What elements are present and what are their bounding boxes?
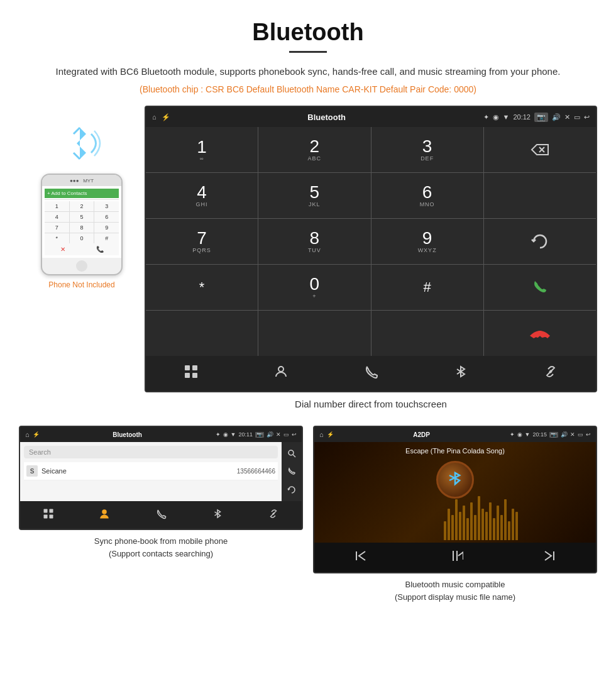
phone-top-bar: ●●● MYT: [42, 175, 121, 186]
phone-key-9[interactable]: 9: [94, 223, 119, 233]
phone-key-7[interactable]: 7: [45, 223, 69, 233]
green-call-button[interactable]: [484, 265, 596, 310]
red-end-call-button[interactable]: [484, 311, 596, 356]
pb-home-icon[interactable]: ⌂: [25, 431, 30, 438]
music-camera-icon[interactable]: 📷: [549, 432, 558, 438]
pb-reload-right-icon[interactable]: [283, 481, 300, 499]
pb-close-icon[interactable]: ✕: [276, 431, 281, 438]
dial-key-2[interactable]: 2 ABC: [258, 127, 370, 172]
phone-key-hash[interactable]: #: [94, 233, 119, 243]
dial-key-7[interactable]: 7 PQRS: [146, 219, 258, 264]
window-icon[interactable]: ▭: [574, 113, 580, 121]
phone-key-0[interactable]: 0: [70, 233, 94, 243]
empty-cell-row5-2: [258, 311, 370, 356]
music-win-icon[interactable]: ▭: [578, 431, 583, 438]
main-content: ●●● MYT + Add to Contacts 1 2 3 4 5 6 7 …: [0, 106, 616, 419]
pb-win-icon[interactable]: ▭: [283, 431, 289, 438]
pb-bluetooth2-icon[interactable]: [203, 504, 232, 526]
phone-home-button[interactable]: [76, 260, 87, 272]
dial-key-star[interactable]: *: [146, 265, 258, 310]
empty-cell-row5-1: [146, 311, 258, 356]
play-pause-button[interactable]: [441, 546, 470, 568]
phone-key-5[interactable]: 5: [70, 212, 94, 222]
pb-vol-icon[interactable]: 🔊: [267, 431, 273, 438]
phone-screen-header: + Add to Contacts: [45, 189, 119, 198]
pb-link2-icon[interactable]: [259, 504, 288, 526]
back-icon[interactable]: ↩: [584, 113, 590, 121]
contacts-toolbar-icon[interactable]: [265, 360, 297, 387]
svg-point-18: [102, 509, 107, 514]
pb-phone-right-icon[interactable]: [283, 463, 300, 480]
phone-key-1[interactable]: 1: [45, 201, 69, 211]
dial-key-1[interactable]: 1 ∞: [146, 127, 258, 172]
pb-camera-icon[interactable]: 📷: [255, 432, 264, 438]
music-status-bar: ⌂ ⚡ A2DP ✦ ◉ ▼ 20:15 📷 🔊 ✕ ▭ ↩: [314, 427, 596, 442]
status-left: ⌂ ⚡: [152, 113, 170, 121]
dial-key-4[interactable]: 4 GHI: [146, 173, 258, 218]
music-loc-icon: ◉: [517, 431, 522, 438]
pb-app-name: Bluetooth: [113, 431, 142, 438]
dial-key-0[interactable]: 0 +: [258, 265, 370, 310]
album-art: [436, 461, 474, 499]
pb-time: 20:11: [238, 431, 253, 438]
pb-search-right-icon[interactable]: [283, 445, 300, 462]
music-close-icon[interactable]: ✕: [570, 431, 575, 438]
subtitle: Integrated with BC6 Bluetooth module, su…: [0, 64, 616, 79]
phone-key-8[interactable]: 8: [70, 223, 94, 233]
pb-search-field[interactable]: Search: [24, 446, 278, 458]
phone-mockup: ●●● MYT + Add to Contacts 1 2 3 4 5 6 7 …: [41, 174, 123, 275]
dial-key-9[interactable]: 9 WXYZ: [371, 219, 483, 264]
music-content: Escape (The Pina Colada Song): [314, 442, 596, 543]
apps-toolbar-icon[interactable]: [175, 360, 207, 387]
close-icon[interactable]: ✕: [564, 113, 570, 121]
contact-number: 13566664466: [237, 468, 275, 475]
phone-key-4[interactable]: 4: [45, 212, 69, 222]
status-right: ✦ ◉ ▼ 20:12 📷 🔊 ✕ ▭ ↩: [483, 113, 590, 122]
dial-key-6[interactable]: 6 MNO: [371, 173, 483, 218]
dial-key-8[interactable]: 8 TUV: [258, 219, 370, 264]
music-home-icon[interactable]: ⌂: [319, 431, 324, 438]
pb-apps-icon[interactable]: [34, 504, 63, 526]
svg-rect-17: [49, 515, 53, 519]
phone-key-star[interactable]: *: [45, 233, 69, 243]
phone-screen: + Add to Contacts 1 2 3 4 5 6 7 8 9 * 0 …: [42, 186, 121, 258]
contact-name: Seicane: [41, 467, 237, 475]
pb-usb-icon: ⚡: [33, 431, 40, 438]
svg-line-1: [74, 153, 80, 159]
bluetooth-toolbar-icon[interactable]: [444, 360, 477, 387]
svg-rect-16: [43, 515, 47, 519]
phone-key-2[interactable]: 2: [70, 201, 94, 211]
phone-key-3[interactable]: 3: [94, 201, 119, 211]
dial-key-5[interactable]: 5 JKL: [258, 173, 370, 218]
phone-toolbar-icon[interactable]: [355, 360, 387, 387]
next-track-button[interactable]: [536, 546, 563, 568]
bluetooth-wave-icon: [57, 118, 107, 169]
dial-key-hash[interactable]: #: [371, 265, 483, 310]
music-usb-icon: ⚡: [327, 431, 334, 438]
svg-line-13: [293, 455, 295, 457]
car-screen-main: ⌂ ⚡ Bluetooth ✦ ◉ ▼ 20:12 📷 🔊 ✕ ▭ ↩: [145, 106, 597, 392]
pb-phone2-icon[interactable]: [146, 504, 175, 526]
dial-key-3[interactable]: 3 DEF: [371, 127, 483, 172]
camera-icon[interactable]: 📷: [534, 113, 548, 122]
pb-status-bar: ⌂ ⚡ Bluetooth ✦ ◉ ▼ 20:11 📷 🔊 ✕ ▭ ↩: [20, 427, 302, 442]
svg-marker-3: [532, 145, 548, 155]
link-toolbar-icon[interactable]: [534, 360, 567, 387]
music-vol-icon[interactable]: 🔊: [561, 431, 568, 438]
phone-bottom-bar: ✕ 📞: [45, 243, 119, 255]
pb-back-icon[interactable]: ↩: [292, 431, 297, 438]
prev-track-button[interactable]: [348, 546, 374, 568]
music-wifi-icon: ▼: [525, 431, 531, 438]
contact-row-seicane[interactable]: S Seicane 13566664466: [24, 462, 278, 480]
pb-caption: Sync phone-book from mobile phone(Suppor…: [94, 535, 228, 560]
phone-key-6[interactable]: 6: [94, 212, 119, 222]
backspace-button[interactable]: [484, 127, 596, 172]
phonebook-content: Search S Seicane 13566664466: [20, 442, 282, 501]
reload-button[interactable]: [484, 219, 596, 264]
volume-icon[interactable]: 🔊: [552, 113, 561, 121]
pb-contacts-icon[interactable]: [90, 504, 119, 526]
home-icon[interactable]: ⌂: [152, 113, 157, 121]
orange-info: (Bluetooth chip : CSR BC6 Default Blueto…: [0, 84, 616, 94]
phone-container: ●●● MYT + Add to Contacts 1 2 3 4 5 6 7 …: [19, 106, 145, 289]
music-back-icon[interactable]: ↩: [586, 431, 591, 438]
